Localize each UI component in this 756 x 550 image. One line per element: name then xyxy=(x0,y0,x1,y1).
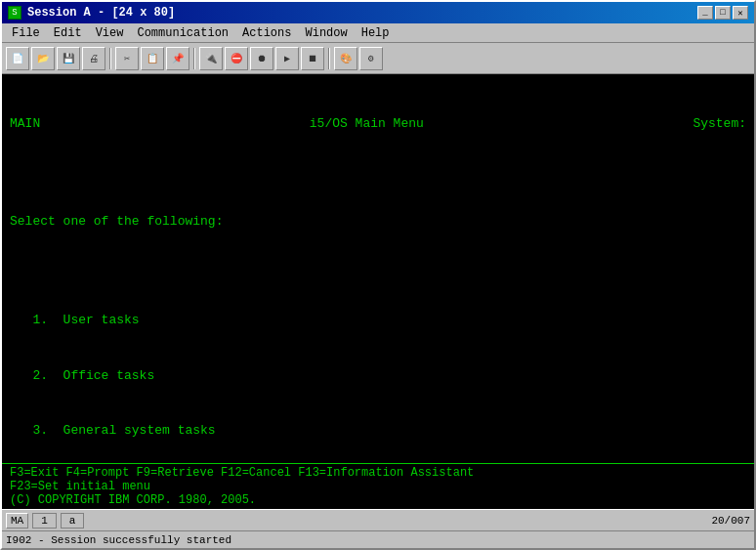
toolbar: 📄 📂 💾 🖨 ✂ 📋 📌 🔌 ⛔ ⏺ ▶ ⏹ 🎨 ⚙ xyxy=(2,43,754,74)
menu-window[interactable]: Window xyxy=(299,25,353,40)
tb-separator-2 xyxy=(193,48,195,69)
tb-play[interactable]: ▶ xyxy=(275,47,299,70)
window-icon: S xyxy=(8,6,21,20)
main-window: S Session A - [24 x 80] _ □ ✕ File Edit … xyxy=(0,0,756,550)
terminal-header: MAIN i5/OS Main Menu System: xyxy=(10,115,746,134)
menu-view[interactable]: View xyxy=(90,25,130,40)
center-title: i5/OS Main Menu xyxy=(310,115,424,134)
status-tab-2[interactable]: a xyxy=(61,513,85,529)
tb-stop[interactable]: ⏹ xyxy=(301,47,324,70)
status-bar: MA 1 a 20/007 xyxy=(2,509,754,530)
message-bar: I902 - Session successfully started xyxy=(2,530,754,548)
menu-communication[interactable]: Communication xyxy=(131,25,234,40)
menu-edit[interactable]: Edit xyxy=(48,25,88,40)
menu-file[interactable]: File xyxy=(6,25,46,40)
maximize-button[interactable]: □ xyxy=(715,6,731,20)
fkey-line-2: F23=Set initial menu xyxy=(10,480,746,493)
fkey-line-1: F3=Exit F4=Prompt F9=Retrieve F12=Cancel… xyxy=(10,466,746,480)
menu-item-1: 1. User tasks xyxy=(10,312,746,330)
status-mode: MA xyxy=(6,513,28,529)
fkey-line-3: (C) COPYRIGHT IBM CORP. 1980, 2005. xyxy=(10,493,746,507)
status-tab-1[interactable]: 1 xyxy=(32,513,57,529)
close-button[interactable]: ✕ xyxy=(733,6,748,20)
tb-cut[interactable]: ✂ xyxy=(115,47,139,70)
menu-bar: File Edit View Communication Actions Win… xyxy=(2,23,754,43)
tb-paste[interactable]: 📌 xyxy=(166,47,189,70)
tb-settings[interactable]: ⚙ xyxy=(359,47,383,70)
title-bar-left: S Session A - [24 x 80] xyxy=(8,6,175,20)
menu-help[interactable]: Help xyxy=(356,25,396,40)
main-label: MAIN xyxy=(10,115,40,134)
fkey-bar: F3=Exit F4=Prompt F9=Retrieve F12=Cancel… xyxy=(2,463,754,509)
terminal-screen[interactable]: MAIN i5/OS Main Menu System: Select one … xyxy=(10,78,746,463)
minimize-button[interactable]: _ xyxy=(697,6,713,20)
title-bar: S Session A - [24 x 80] _ □ ✕ xyxy=(2,2,754,23)
menu-item-3: 3. General system tasks xyxy=(10,422,746,441)
tb-color[interactable]: 🎨 xyxy=(334,47,357,70)
tb-print[interactable]: 🖨 xyxy=(82,47,105,70)
tb-separator-3 xyxy=(328,48,330,69)
tb-disconnect[interactable]: ⛔ xyxy=(225,47,248,70)
tb-save[interactable]: 💾 xyxy=(57,47,80,70)
prompt-line: Select one of the following: xyxy=(10,213,746,232)
tb-record[interactable]: ⏺ xyxy=(250,47,273,70)
menu-actions[interactable]: Actions xyxy=(236,25,297,40)
message-text: I902 - Session successfully started xyxy=(6,534,231,546)
tb-new[interactable]: 📄 xyxy=(6,47,29,70)
tb-separator-1 xyxy=(109,48,111,69)
tb-connect[interactable]: 🔌 xyxy=(199,47,223,70)
menu-item-2: 2. Office tasks xyxy=(10,367,746,386)
tb-copy[interactable]: 📋 xyxy=(141,47,164,70)
terminal-container: MAIN i5/OS Main Menu System: Select one … xyxy=(2,74,754,463)
system-label: System: xyxy=(693,115,746,134)
tb-open[interactable]: 📂 xyxy=(31,47,55,70)
title-controls: _ □ ✕ xyxy=(697,6,748,20)
window-title: Session A - [24 x 80] xyxy=(27,6,175,20)
status-position: 20/007 xyxy=(711,515,750,527)
